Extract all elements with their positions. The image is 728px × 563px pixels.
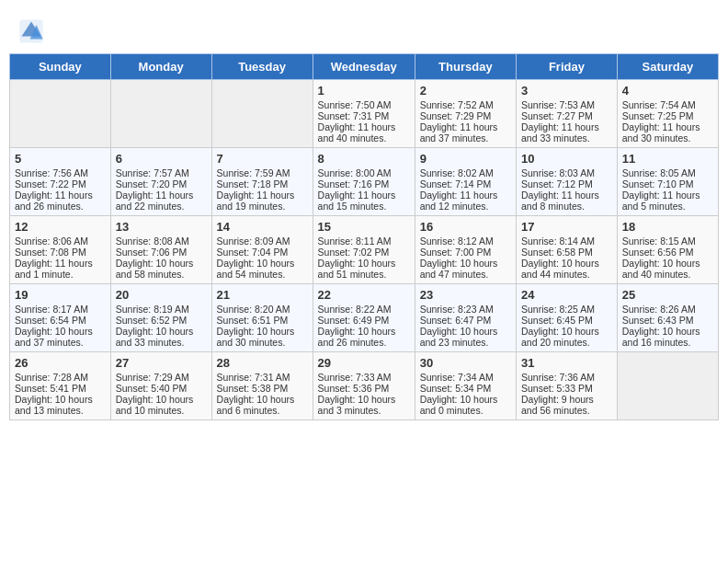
day-info-line: and 33 minutes. xyxy=(116,337,207,348)
day-info-line: Daylight: 11 hours xyxy=(521,190,612,201)
calendar-week-4: 19Sunrise: 8:17 AMSunset: 6:54 PMDayligh… xyxy=(10,284,719,352)
calendar-cell: 21Sunrise: 8:20 AMSunset: 6:51 PMDayligh… xyxy=(211,284,313,352)
day-info-line: Sunrise: 8:20 AM xyxy=(217,304,308,315)
day-info-line: Sunrise: 7:59 AM xyxy=(217,167,308,178)
day-info-line: Sunrise: 8:19 AM xyxy=(116,304,207,315)
calendar-cell xyxy=(211,80,313,148)
day-number: 27 xyxy=(116,356,207,370)
day-info-line: Daylight: 11 hours xyxy=(521,121,612,132)
day-info-line: Daylight: 10 hours xyxy=(420,394,511,405)
day-info-line: Sunrise: 8:25 AM xyxy=(521,304,612,315)
day-info-line: Sunset: 7:08 PM xyxy=(15,247,106,258)
calendar-cell: 29Sunrise: 7:33 AMSunset: 5:36 PMDayligh… xyxy=(313,352,415,420)
calendar-cell: 26Sunrise: 7:28 AMSunset: 5:41 PMDayligh… xyxy=(10,352,111,420)
day-info-line: Daylight: 10 hours xyxy=(622,326,713,337)
day-info-line: Sunset: 6:47 PM xyxy=(420,315,511,326)
day-info-line: Sunrise: 8:06 AM xyxy=(15,236,106,247)
calendar-cell: 16Sunrise: 8:12 AMSunset: 7:00 PMDayligh… xyxy=(415,216,516,284)
calendar-week-1: 1Sunrise: 7:50 AMSunset: 7:31 PMDaylight… xyxy=(10,80,719,148)
day-info-line: Sunrise: 8:15 AM xyxy=(622,236,713,247)
day-info-line: Sunrise: 7:28 AM xyxy=(15,372,106,383)
calendar-cell: 10Sunrise: 8:03 AMSunset: 7:12 PMDayligh… xyxy=(517,148,618,216)
day-info-line: and 30 minutes. xyxy=(217,337,308,348)
day-number: 21 xyxy=(217,288,308,302)
day-number: 28 xyxy=(217,356,308,370)
calendar-cell: 22Sunrise: 8:22 AMSunset: 6:49 PMDayligh… xyxy=(313,284,415,352)
day-info-line: Sunrise: 7:53 AM xyxy=(521,99,612,110)
day-info-line: Daylight: 11 hours xyxy=(116,190,207,201)
day-info-line: and 40 minutes. xyxy=(318,132,410,144)
day-info-line: and 54 minutes. xyxy=(217,269,308,280)
day-info-line: Sunset: 7:14 PM xyxy=(420,178,511,190)
calendar-cell: 11Sunrise: 8:05 AMSunset: 7:10 PMDayligh… xyxy=(617,148,718,216)
day-number: 19 xyxy=(15,288,106,302)
calendar-cell: 12Sunrise: 8:06 AMSunset: 7:08 PMDayligh… xyxy=(10,216,111,284)
day-info-line: Sunset: 6:52 PM xyxy=(116,315,207,326)
day-info-line: Daylight: 11 hours xyxy=(318,190,410,201)
day-info-line: and 3 minutes. xyxy=(318,405,410,416)
day-info-line: Daylight: 10 hours xyxy=(15,394,106,405)
day-info-line: Sunset: 6:54 PM xyxy=(15,315,106,326)
day-info-line: Sunset: 5:38 PM xyxy=(217,383,308,394)
calendar-cell: 27Sunrise: 7:29 AMSunset: 5:40 PMDayligh… xyxy=(110,352,211,420)
day-info-line: Sunset: 5:33 PM xyxy=(521,383,612,394)
day-info-line: and 10 minutes. xyxy=(116,405,207,416)
day-number: 6 xyxy=(116,152,207,166)
weekday-header-friday: Friday xyxy=(517,54,618,80)
day-info-line: Sunrise: 8:22 AM xyxy=(318,304,410,315)
day-info-line: and 56 minutes. xyxy=(521,405,612,416)
day-number: 25 xyxy=(622,288,713,302)
day-info-line: Daylight: 10 hours xyxy=(420,326,511,337)
calendar-cell: 20Sunrise: 8:19 AMSunset: 6:52 PMDayligh… xyxy=(110,284,211,352)
day-info-line: Daylight: 9 hours xyxy=(521,394,612,405)
calendar-cell: 25Sunrise: 8:26 AMSunset: 6:43 PMDayligh… xyxy=(617,284,718,352)
calendar-body: 1Sunrise: 7:50 AMSunset: 7:31 PMDaylight… xyxy=(10,80,719,420)
calendar-header-row: SundayMondayTuesdayWednesdayThursdayFrid… xyxy=(10,54,719,80)
calendar-week-2: 5Sunrise: 7:56 AMSunset: 7:22 PMDaylight… xyxy=(10,148,719,216)
calendar-cell: 30Sunrise: 7:34 AMSunset: 5:34 PMDayligh… xyxy=(415,352,516,420)
day-info-line: and 0 minutes. xyxy=(420,405,511,416)
day-info-line: Daylight: 10 hours xyxy=(116,394,207,405)
day-info-line: and 44 minutes. xyxy=(521,269,612,280)
day-info-line: Sunset: 5:36 PM xyxy=(318,383,410,394)
day-info-line: and 22 minutes. xyxy=(116,201,207,212)
calendar-cell: 8Sunrise: 8:00 AMSunset: 7:16 PMDaylight… xyxy=(313,148,415,216)
day-info-line: Sunset: 7:31 PM xyxy=(318,110,410,121)
day-info-line: Sunset: 6:51 PM xyxy=(217,315,308,326)
day-number: 2 xyxy=(420,84,511,98)
day-number: 16 xyxy=(420,220,511,234)
day-info-line: and 12 minutes. xyxy=(420,201,511,212)
day-info-line: Daylight: 10 hours xyxy=(521,258,612,269)
day-info-line: Sunrise: 8:08 AM xyxy=(116,236,207,247)
day-info-line: Daylight: 11 hours xyxy=(622,121,713,132)
day-number: 15 xyxy=(318,220,410,234)
calendar-table: SundayMondayTuesdayWednesdayThursdayFrid… xyxy=(9,53,719,420)
day-number: 7 xyxy=(217,152,308,166)
day-info-line: Sunset: 5:41 PM xyxy=(15,383,106,394)
day-info-line: Daylight: 10 hours xyxy=(116,326,207,337)
day-info-line: Sunset: 7:16 PM xyxy=(318,178,410,190)
day-number: 10 xyxy=(521,152,612,166)
calendar-cell: 1Sunrise: 7:50 AMSunset: 7:31 PMDaylight… xyxy=(313,80,415,148)
day-number: 3 xyxy=(521,84,612,98)
day-info-line: Daylight: 10 hours xyxy=(622,258,713,269)
day-info-line: and 1 minute. xyxy=(15,269,106,280)
day-info-line: and 8 minutes. xyxy=(521,201,612,212)
day-number: 31 xyxy=(521,356,612,370)
day-info-line: Sunset: 7:04 PM xyxy=(217,247,308,258)
day-number: 17 xyxy=(521,220,612,234)
calendar-cell: 5Sunrise: 7:56 AMSunset: 7:22 PMDaylight… xyxy=(10,148,111,216)
day-info-line: Daylight: 10 hours xyxy=(318,326,410,337)
day-info-line: and 13 minutes. xyxy=(15,405,106,416)
calendar-cell: 3Sunrise: 7:53 AMSunset: 7:27 PMDaylight… xyxy=(517,80,618,148)
day-info-line: Sunset: 7:00 PM xyxy=(420,247,511,258)
day-info-line: and 51 minutes. xyxy=(318,269,410,280)
day-info-line: Daylight: 10 hours xyxy=(217,394,308,405)
weekday-header-tuesday: Tuesday xyxy=(211,54,313,80)
calendar-cell: 19Sunrise: 8:17 AMSunset: 6:54 PMDayligh… xyxy=(10,284,111,352)
day-info-line: Sunrise: 7:34 AM xyxy=(420,372,511,383)
calendar-cell xyxy=(617,352,718,420)
weekday-header-saturday: Saturday xyxy=(617,54,718,80)
day-number: 30 xyxy=(420,356,511,370)
day-number: 20 xyxy=(116,288,207,302)
